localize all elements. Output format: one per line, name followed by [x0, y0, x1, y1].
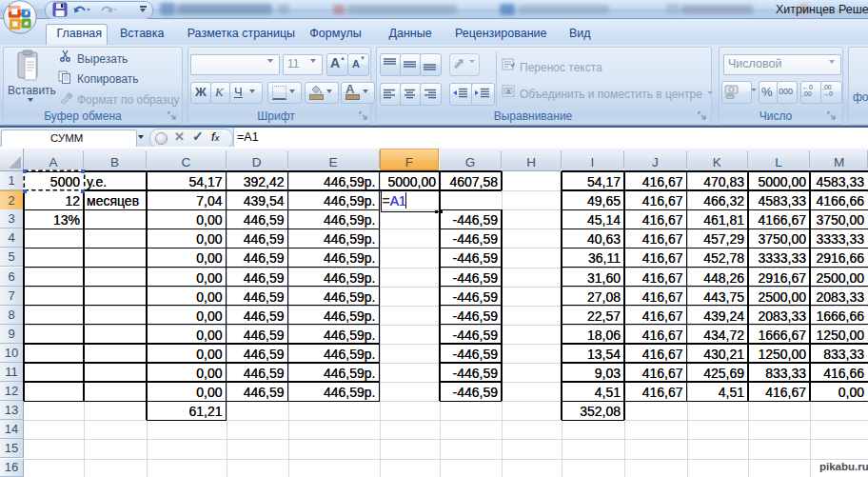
svg-text:a: a [506, 88, 510, 94]
